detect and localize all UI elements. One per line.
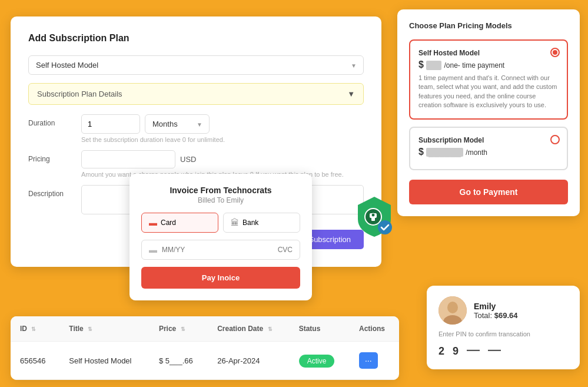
col-id: ID ⇅ [11,316,59,342]
description-label: Description [28,185,81,198]
chevron-down-icon: ▼ [347,90,355,98]
go-to-payment-button[interactable]: Go to Payment [409,180,568,204]
pin-confirm-text: Enter PIN to confirm transcation [438,330,568,338]
card-tab-label: Card [161,219,176,227]
plan-option-self-hosted[interactable]: Self Hosted Model $ ██ /one- time paymen… [409,39,568,120]
security-badge [356,194,394,241]
pin-info: Emily Total: $69.64 [474,302,517,320]
pin-total: Total: $69.64 [474,311,517,320]
billed-to: Billed To Emily [141,196,300,204]
status-badge: Active [299,355,335,368]
col-creation-date: Creation Date ⇅ [208,316,289,342]
duration-controls: Months Set the subscription duration lea… [81,114,364,143]
shield-icon [356,194,394,239]
actions-button[interactable]: ··· [359,352,378,369]
card-icon: ▬ [149,218,157,227]
bank-icon: 🏛 [231,218,239,227]
pin-digit-2[interactable]: 9 [453,345,459,358]
svg-point-6 [447,302,458,313]
pin-card-header: Emily Total: $69.64 [438,296,568,325]
sort-arrows-date[interactable]: ⇅ [268,326,273,332]
pricing-input[interactable] [81,150,175,168]
table-header-row: ID ⇅ Title ⇅ Price ⇅ Creation Date ⇅ Sta… [11,316,399,342]
plan-pricing-title: Choose Plan Pricing Models [409,21,568,30]
sort-arrows-title[interactable]: ⇅ [88,326,92,332]
plan-name-self-hosted: Self Hosted Model [418,49,559,57]
table-row: 656546 Self Hosted Model $ 5___.66 26-Ap… [11,342,399,380]
col-status: Status [290,316,350,342]
cell-price: $ 5___.66 [150,342,208,380]
col-actions: Actions [350,316,399,342]
subscription-panel-title: Add Subscription Plan [28,33,364,44]
plan-radio-subscription[interactable] [550,135,560,144]
pin-digit-1[interactable]: 2 [438,345,444,358]
bank-tab[interactable]: 🏛 Bank [223,213,300,233]
plan-desc-self-hosted: 1 time payment and that's it. Connect wi… [418,74,559,110]
cell-title: Self Hosted Model [59,342,150,380]
plan-pricing-modal: Choose Plan Pricing Models Self Hosted M… [397,9,580,216]
pin-dash-1: — [467,342,480,358]
credit-card-icon: ▬ [149,245,157,254]
pin-amount: $69.64 [494,311,518,320]
pin-dots: 2 9 — — [438,345,568,358]
svg-rect-2 [371,217,375,221]
pin-user-name: Emily [474,302,517,311]
duration-unit-select[interactable]: Months [145,114,210,134]
col-price: Price ⇅ [150,316,208,342]
payment-tabs: ▬ Card 🏛 Bank [141,213,300,233]
duration-hint: Set the subscription duration leave 0 fo… [81,136,364,143]
table-panel: ID ⇅ Title ⇅ Price ⇅ Creation Date ⇅ Sta… [11,316,399,380]
sort-arrows-price[interactable]: ⇅ [181,326,185,332]
details-section-label: Subscription Plan Details [37,90,122,98]
duration-value-input[interactable] [81,114,140,134]
cell-actions: ··· [350,342,399,380]
cell-creation-date: 26-Apr-2024 [208,342,289,380]
cvc-input[interactable] [255,246,293,254]
pin-dash-2: — [488,342,501,358]
model-select[interactable]: Self Hosted Model [28,55,364,75]
col-title: Title ⇅ [59,316,150,342]
plan-price-self-hosted: $ ██ /one- time payment [418,59,559,70]
card-number-row: ▬ [141,240,300,260]
duration-label: Duration [28,114,81,127]
subscriptions-table: ID ⇅ Title ⇅ Price ⇅ Creation Date ⇅ Sta… [11,316,399,380]
sort-arrows-id[interactable]: ⇅ [31,326,36,332]
model-select-wrapper[interactable]: Self Hosted Model [28,55,364,75]
invoice-title: Invoice From Technocrats [141,186,300,195]
svg-point-3 [371,213,375,217]
plan-option-subscription[interactable]: Subscription Model $ ██████ /month [409,127,568,170]
pricing-label: Pricing [28,150,81,163]
plan-price-subscription: $ ██████ /month [418,147,559,157]
card-tab[interactable]: ▬ Card [141,213,218,233]
svg-point-4 [378,220,392,234]
plan-name-subscription: Subscription Model [418,136,559,144]
duration-row: Duration Months Set the subscription dur… [28,114,364,143]
plan-radio-self-hosted[interactable] [550,48,560,57]
expiry-input[interactable] [162,246,250,254]
cell-id: 656546 [11,342,59,380]
invoice-modal: Invoice From Technocrats Billed To Emily… [129,174,312,300]
pay-invoice-button[interactable]: Pay Inoice [141,267,300,289]
bank-tab-label: Bank [242,219,258,227]
avatar [438,296,467,325]
currency-label: USD [180,155,196,164]
pin-card: Emily Total: $69.64 Enter PIN to confirm… [427,286,580,369]
cell-status: Active [290,342,350,380]
details-section-toggle[interactable]: Subscription Plan Details ▼ [28,83,364,105]
avatar-image [438,296,467,325]
